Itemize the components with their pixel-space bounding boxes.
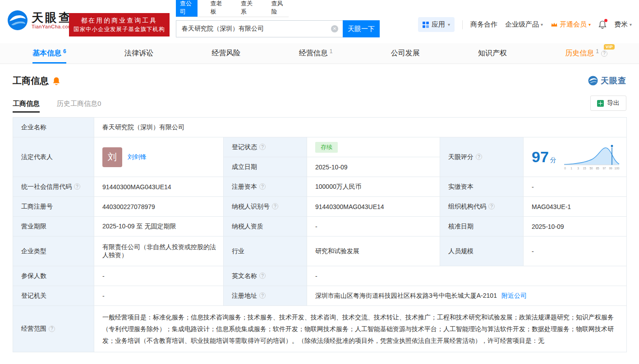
help-icon[interactable]: ?: [272, 203, 278, 209]
tab-legal-litigation[interactable]: 法律诉讼: [124, 43, 153, 64]
score-value: 97: [532, 148, 549, 165]
field-label-english-name: 英文名称?: [224, 266, 307, 286]
tab-intellectual-property[interactable]: 知识产权: [478, 43, 507, 64]
tab-label: 基本信息: [32, 49, 61, 58]
field-label-status: 登记状态?: [224, 137, 307, 157]
field-value-paid-capital: -: [524, 177, 627, 197]
svg-text:1: 1: [570, 167, 572, 170]
subtab-row: 工商信息 历史工商信息0 导出: [13, 95, 626, 113]
subscribe-bell-icon[interactable]: [52, 77, 60, 85]
help-icon[interactable]: ?: [49, 326, 55, 332]
field-label-paid-capital: 实缴资本: [440, 177, 524, 197]
chevron-down-icon: ▾: [541, 22, 543, 27]
field-label-insured: 参保人数: [13, 266, 94, 286]
tab-label: 经营信息: [299, 49, 328, 58]
field-value-registry: -: [94, 286, 224, 306]
table-row: 经营范围? 一般经营项目是：标准化服务；信息技术咨询服务；技术服务、技术开发、技…: [13, 306, 627, 352]
tab-history-info[interactable]: VIP 历史信息 1 ?: [565, 43, 607, 64]
search-tab-boss[interactable]: 查老板: [207, 0, 228, 17]
field-value-established: 2025-10-09: [307, 157, 440, 177]
subtab-history-business-info[interactable]: 历史工商信息0: [57, 95, 101, 113]
help-icon[interactable]: ?: [259, 144, 266, 150]
help-icon[interactable]: ?: [74, 183, 80, 190]
section-header: 工商信息 天眼查: [13, 73, 626, 88]
field-value-business-term: 2025-10-09 至 无固定期限: [94, 217, 224, 237]
field-value-reg-capital: 100000万人民币: [307, 177, 440, 197]
apps-menu[interactable]: 应用 ▾: [418, 17, 455, 32]
field-value-insured: -: [94, 266, 224, 286]
help-icon[interactable]: ?: [476, 154, 482, 160]
subtab-business-info[interactable]: 工商信息: [13, 95, 40, 113]
chevron-down-icon: ▾: [630, 22, 632, 27]
search-input[interactable]: [176, 20, 343, 37]
field-label-registry: 登记机关: [13, 286, 94, 306]
search-tab-company[interactable]: 查公司: [176, 0, 198, 17]
field-value-org-code: MAG043UE-1: [524, 197, 627, 217]
legal-rep-avatar[interactable]: 刘: [102, 147, 122, 167]
divider: [462, 20, 463, 29]
tianyancha-logo[interactable]: 天眼查 TianYanCha.com: [7, 10, 73, 31]
slogan-line2: 国家中小企业发展子基金旗下机构: [74, 25, 165, 34]
tab-count: 1: [596, 48, 599, 55]
field-value-credit-code: 91440300MAG043UE14: [94, 177, 224, 197]
user-menu[interactable]: 费米 ▾: [614, 20, 632, 29]
brand-slogan: 都在用的商业查询工具 国家中小企业发展子基金旗下机构: [69, 13, 170, 36]
legal-rep-link[interactable]: 刘剑锋: [128, 153, 147, 161]
table-row: 参保人数 - 英文名称? -: [13, 266, 627, 286]
page-header: 天眼查 TianYanCha.com 都在用的商业查询工具 国家中小企业发展子基…: [0, 0, 639, 43]
svg-text:85: 85: [596, 167, 599, 170]
field-label-industry: 行业: [224, 237, 307, 266]
section-title: 工商信息: [13, 75, 49, 87]
tianyancha-logo-icon: [7, 10, 28, 31]
chevron-down-icon: ▾: [588, 22, 591, 27]
search-tab-risk[interactable]: 查风险: [267, 0, 289, 17]
help-icon[interactable]: ?: [601, 50, 607, 57]
table-row: 法定代表人 刘 刘剑锋 登记状态? 存续 天眼评分? 97分: [13, 137, 627, 157]
tab-company-development[interactable]: 公司发展: [391, 43, 420, 64]
field-value-business-scope: 一般经营项目是：标准化服务；信息技术咨询服务；技术服务、技术开发、技术咨询、技术…: [94, 306, 627, 352]
table-row: 营业期限 2025-10-09 至 无固定期限 纳税人资质 - 核准日期 202…: [13, 217, 627, 237]
tab-label: 知识产权: [478, 49, 507, 58]
field-value-address: 深圳市南山区粤海街道科技园社区科发路3号中电长城大厦A-2101附近公司: [307, 286, 627, 306]
brand-mark-text: 天眼查: [601, 75, 626, 86]
table-row: 统一社会信用代码? 91440300MAG043UE14 注册资本? 10000…: [13, 177, 627, 197]
tab-count: 1: [330, 48, 333, 55]
tab-label: 公司发展: [391, 49, 420, 58]
help-icon[interactable]: ?: [259, 292, 266, 299]
brand-domain: TianYanCha.com: [32, 24, 73, 29]
brand-name: 天眼查: [32, 11, 73, 24]
notification-bell[interactable]: [598, 20, 607, 29]
nearby-companies-link[interactable]: 附近公司: [501, 292, 527, 299]
crown-icon: [551, 22, 558, 27]
export-button[interactable]: 导出: [590, 96, 626, 111]
field-label-approval-date: 核准日期: [440, 217, 524, 237]
svg-text:50: 50: [589, 167, 593, 170]
field-label-company-type: 企业类型: [13, 237, 94, 266]
business-info-table: 企业名称 春天研究院（深圳）有限公司 法定代表人 刘 刘剑锋 登记状态? 存续 …: [13, 117, 627, 352]
business-cooperation-link[interactable]: 商务合作: [470, 20, 497, 29]
chevron-down-icon: ▾: [448, 22, 450, 27]
tab-operation-info[interactable]: 经营信息 1: [299, 43, 333, 64]
enterprise-product-link[interactable]: 企业级产品 ▾: [505, 20, 543, 29]
slogan-line1: 都在用的商业查询工具: [74, 16, 165, 25]
field-value-reg-number: 440300227078979: [94, 197, 224, 217]
field-value-company-name: 春天研究院（深圳）有限公司: [94, 118, 627, 137]
field-value-legal-rep: 刘 刘剑锋: [94, 137, 224, 177]
help-icon[interactable]: ?: [488, 203, 495, 209]
field-label-address: 注册地址?: [224, 286, 307, 306]
svg-text:0: 0: [564, 167, 566, 170]
field-value-company-type: 有限责任公司（非自然人投资或控股的法人独资）: [94, 237, 224, 266]
tab-basic-info[interactable]: 基本信息 6: [32, 43, 66, 64]
help-icon[interactable]: ?: [259, 273, 266, 279]
vip-upgrade-link[interactable]: 开通会员 ▾: [551, 20, 591, 29]
help-icon[interactable]: ?: [259, 183, 266, 190]
search-tab-relation[interactable]: 查关系: [237, 0, 258, 17]
field-value-industry: 研究和试验发展: [307, 237, 440, 266]
search-button[interactable]: 天眼一下: [343, 20, 380, 37]
field-label-reg-capital: 注册资本?: [224, 177, 307, 197]
search-clear-icon[interactable]: ✕: [331, 25, 338, 32]
table-row: 工商注册号 440300227078979 纳税人识别号? 91440300MA…: [13, 197, 627, 217]
field-label-credit-code: 统一社会信用代码?: [13, 177, 94, 197]
tab-operation-risk[interactable]: 经营风险: [211, 43, 240, 64]
svg-text:100: 100: [615, 167, 620, 170]
